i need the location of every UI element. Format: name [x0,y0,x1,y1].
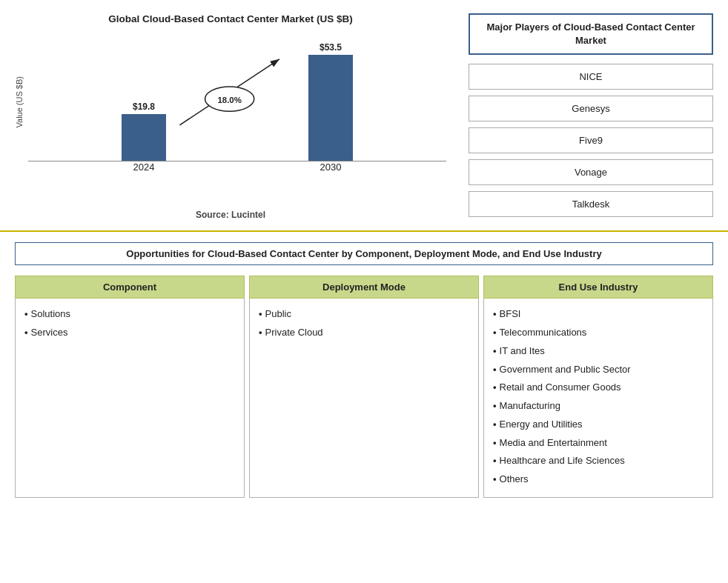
bullet-icon: • [493,473,497,484]
component-header: Component [15,276,245,299]
industry-item-3: •Government and Public Sector [493,362,704,379]
industry-item-1: •Telecommunications [493,324,704,342]
bar-value-2024: $19.8 [133,101,155,112]
bullet-icon: • [259,308,262,319]
component-item-0: •Solutions [24,306,235,323]
bullet-icon: • [493,455,497,466]
x-label-2024: 2024 [133,161,155,173]
bullet-icon: • [493,419,497,430]
industry-item-0: •BFSI [493,306,704,323]
players-title: Major Players of Cloud-Based Contact Cen… [469,13,713,55]
chart-title: Global Cloud-Based Contact Center Market… [15,13,446,24]
industry-item-9: •Others [493,471,704,488]
industry-item-4: •Retail and Consumer Goods [493,379,704,396]
bar-group-2024: $19.8 [122,42,166,161]
bullet-icon: • [493,308,497,319]
opportunities-title: Opportunities for Cloud-Based Contact Ce… [15,242,713,265]
x-label-2030: 2030 [320,161,342,173]
industry-column: End Use Industry •BFSI •Telecommunicatio… [483,276,713,498]
deployment-item-0: •Public [259,306,469,323]
bullet-icon: • [493,327,497,338]
source-text: Source: Lucintel [15,210,446,220]
deployment-header: Deployment Mode [249,276,479,299]
bottom-section: Opportunities for Cloud-Based Contact Ce… [0,232,728,508]
bullet-icon: • [493,437,497,448]
bullet-icon: • [259,327,262,338]
deployment-column: Deployment Mode •Public •Private Cloud [249,276,479,498]
deployment-body: •Public •Private Cloud [249,299,479,498]
bullet-icon: • [24,327,28,338]
columns-wrapper: Component •Solutions •Services Deploymen… [15,276,713,498]
chart-area: Global Cloud-Based Contact Center Market… [15,13,461,223]
industry-item-2: •IT and Ites [493,343,704,360]
industry-item-6: •Energy and Utilities [493,416,704,433]
player-talkdesk: Talkdesk [469,191,713,217]
component-body: •Solutions •Services [15,299,245,498]
chart-container: Value (US $B) 18.0% [15,32,446,202]
bar-2024 [122,114,166,161]
x-axis-labels: 2024 2030 [28,161,446,173]
bar-2030 [308,55,353,161]
top-section: Global Cloud-Based Contact Center Market… [0,0,728,232]
player-nice: NICE [469,64,713,90]
industry-item-5: •Manufacturing [493,398,704,415]
bullet-icon: • [493,364,497,375]
bars-wrapper: 18.0% $19.8 $53.5 [28,42,446,173]
player-five9: Five9 [469,127,713,153]
bullet-icon: • [493,382,497,393]
component-item-1: •Services [24,324,235,342]
industry-item-8: •Healthcare and Life Sciences [493,453,704,470]
bar-group-2030: $53.5 [308,42,353,161]
bar-value-2030: $53.5 [320,42,342,53]
y-axis-label: Value (US $B) [15,76,24,128]
component-column: Component •Solutions •Services [15,276,245,498]
bars-row: $19.8 $53.5 [28,42,446,161]
industry-header: End Use Industry [483,276,713,299]
deployment-item-1: •Private Cloud [259,324,469,342]
bullet-icon: • [493,345,497,356]
bullet-icon: • [24,308,28,319]
player-genesys: Genesys [469,96,713,121]
bullet-icon: • [493,400,497,411]
players-area: Major Players of Cloud-Based Contact Cen… [461,13,713,223]
industry-item-7: •Media and Entertainment [493,435,704,452]
industry-body: •BFSI •Telecommunications •IT and Ites •… [483,299,713,498]
player-vonage: Vonage [469,159,713,185]
chart-inner: Value (US $B) 18.0% [15,32,446,173]
